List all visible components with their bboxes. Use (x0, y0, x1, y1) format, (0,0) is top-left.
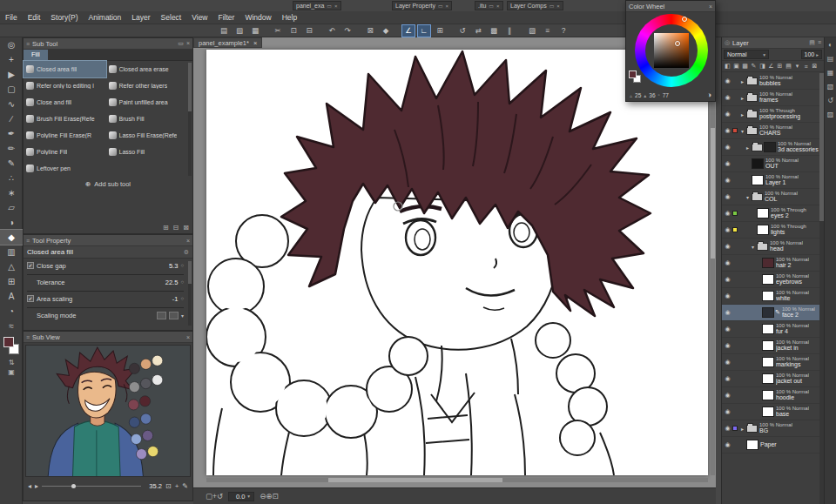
expander-arrow-icon[interactable]: ▸ (739, 111, 745, 118)
hsv-mode-toggle-icon[interactable]: ◑ (707, 91, 711, 99)
scaling-mode-option-a[interactable] (157, 312, 166, 319)
merge-down-icon[interactable]: ≡ (802, 64, 810, 70)
panel-menu-icon[interactable]: ≡ (26, 334, 30, 340)
current-color-swatch[interactable] (629, 71, 637, 78)
move-tool-icon[interactable]: + (0, 52, 23, 67)
canvas-horizontal-scrollbar[interactable] (206, 478, 708, 482)
panel-menu-icon[interactable]: ≡ (26, 238, 30, 244)
redo-icon[interactable]: ↷ (341, 25, 354, 37)
layer-visibility-eye-icon[interactable]: ◉ (724, 359, 732, 366)
subview-color-swatch[interactable] (136, 449, 146, 460)
wrench-icon[interactable]: ⚙ (184, 249, 189, 256)
eyedropper-tool-icon[interactable]: ∕ (0, 111, 23, 126)
tool-property-row[interactable]: Tolerance22.5○ (27, 277, 184, 287)
panel-menu-icon[interactable]: ≡ (818, 39, 821, 46)
close-icon[interactable]: × (334, 3, 338, 9)
floating-window-caption[interactable]: panel_exa▭× (293, 1, 341, 10)
menu-view[interactable]: View (186, 13, 212, 22)
opacity-slider-icon[interactable]: ▸ (816, 52, 819, 57)
expander-arrow-icon[interactable]: ▾ (745, 194, 751, 200)
delete-layer-icon[interactable]: ⊠ (811, 63, 819, 70)
save-file-icon[interactable]: ▦ (249, 25, 261, 37)
minimize-icon[interactable]: ▭ (178, 40, 184, 47)
close-icon[interactable]: × (186, 334, 190, 340)
layer-row[interactable]: ◉100 % Throughlights (722, 222, 819, 239)
layer-visibility-eye-icon[interactable]: ◉ (724, 392, 732, 399)
pan-icon[interactable]: + (175, 482, 179, 490)
balloon-tool-icon[interactable]: ◔ (0, 304, 23, 319)
next-image-icon[interactable]: ▸ (35, 482, 38, 490)
layer-visibility-eye-icon[interactable]: ◉ (724, 77, 732, 84)
subview-color-swatch[interactable] (129, 417, 139, 427)
subtool-panel-titlebar[interactable]: ≡ Sub Tool ▭ × (24, 38, 192, 50)
layer-row[interactable]: ◉▸100 % Normal3d accessories (722, 139, 819, 156)
close-icon[interactable]: × (186, 40, 190, 47)
set-as-draft-icon[interactable]: ✎ (750, 63, 758, 70)
figure-tool-icon[interactable]: △ (0, 259, 23, 274)
layer-mask-icon[interactable]: ◨ (758, 63, 766, 70)
default-colors-icon[interactable]: ▣ (0, 367, 23, 377)
expander-arrow-icon[interactable]: ▾ (750, 244, 756, 250)
subtool-scrollbar[interactable] (188, 63, 192, 176)
subview-titlebar[interactable]: ≡ Sub View × (24, 332, 192, 343)
layer-row[interactable]: ◉100 % Normalhoodie (722, 387, 819, 404)
layer-row[interactable]: ◉100 % Normalwhite (722, 288, 819, 305)
subtool-item[interactable]: Polyline Fill Erase(R (24, 127, 106, 144)
opacity-field[interactable]: 100 ▸ (801, 50, 822, 59)
property-slider[interactable] (27, 304, 184, 308)
lock-layer-icon[interactable]: ▣ (732, 63, 740, 70)
layer-row[interactable]: ◉100 % Througheyes 2 (722, 205, 819, 222)
value-stepper-icon[interactable]: ○ (180, 263, 184, 268)
lock-transparent-pixels-icon[interactable]: ▩ (741, 63, 749, 70)
subtool-item[interactable]: Brush Fill Erase(Refe (24, 111, 106, 127)
search-icon[interactable]: ◎ (725, 39, 730, 46)
layer-visibility-eye-icon[interactable]: ◉ (724, 326, 732, 333)
add-subtool-button[interactable]: ⊕ Add sub tool (24, 177, 192, 191)
subtool-item[interactable]: Leftover pen (24, 160, 106, 177)
property-slider[interactable] (27, 271, 184, 275)
tool-property-row[interactable]: Scaling mode▾ (27, 310, 184, 320)
layer-visibility-eye-icon[interactable]: ◉ (724, 408, 732, 415)
menu-help[interactable]: Help (277, 13, 302, 22)
subtool-group-tab-fill[interactable]: Fill (24, 50, 48, 60)
subtool-item[interactable]: Close and fill (24, 94, 106, 111)
layer-visibility-eye-icon[interactable]: ◉ (724, 309, 732, 316)
layer-row[interactable]: ◉100 % Normaljacket in (722, 338, 819, 354)
layer-row[interactable]: ◉✎100 % Normalface 2 (722, 305, 819, 321)
minimize-icon[interactable]: ▭ (549, 3, 555, 9)
lasso-tool-icon[interactable]: ∿ (0, 97, 23, 111)
canvas-document[interactable] (206, 50, 708, 475)
tool-property-titlebar[interactable]: ≡ Tool Property × (24, 235, 192, 246)
subview-color-swatch[interactable] (140, 378, 151, 388)
eraser-tool-icon[interactable]: ▱ (0, 200, 23, 215)
layer-row[interactable]: ◉▸100 % Normalbubbles (722, 73, 819, 90)
tool-property-scrollbar[interactable] (188, 261, 192, 326)
scaling-mode-option-b[interactable] (169, 312, 179, 319)
expander-arrow-icon[interactable]: ▸ (745, 144, 751, 151)
minimize-icon[interactable]: ▭ (489, 3, 494, 9)
snap-to-grid-icon[interactable]: ⊞ (434, 25, 446, 37)
layer-visibility-eye-icon[interactable]: ◉ (724, 342, 732, 349)
subview-color-swatch[interactable] (139, 396, 150, 407)
expander-arrow-icon[interactable]: ▸ (739, 426, 745, 432)
value-stepper-icon[interactable]: ○ (180, 296, 184, 301)
layer-visibility-eye-icon[interactable]: ◉ (724, 210, 732, 217)
duplicate-subtool-icon[interactable]: ⊟ (173, 224, 179, 232)
new-subtool-icon[interactable]: ⊞ (163, 224, 169, 232)
swap-colors-icon[interactable]: ⇅ (0, 358, 23, 367)
fill-area-icon[interactable]: ◆ (380, 25, 392, 37)
layer-visibility-eye-icon[interactable]: ◉ (724, 111, 732, 118)
layer-row[interactable]: ◉100 % Normalbase (722, 404, 819, 420)
sv-square[interactable] (654, 33, 689, 68)
material-dock-icon[interactable]: ▨ (827, 111, 834, 118)
copy-icon[interactable]: ⊡ (287, 25, 300, 37)
canvas-vertical-scrollbar[interactable] (711, 50, 715, 475)
delete-selection-icon[interactable]: ⊠ (364, 25, 376, 37)
layer-row[interactable]: ◉100 % Normaljacket out (722, 371, 819, 387)
transfer-down-icon[interactable]: ▾ (793, 63, 801, 70)
layer-visibility-eye-icon[interactable]: ◉ (724, 144, 732, 151)
canvas-tab-close-icon[interactable]: × (253, 39, 257, 47)
rotate-view-icon[interactable]: ↺ (456, 25, 469, 37)
layer-visibility-eye-icon[interactable]: ◉ (724, 226, 732, 233)
canvas-tab[interactable]: panel_example1* × (193, 37, 262, 48)
